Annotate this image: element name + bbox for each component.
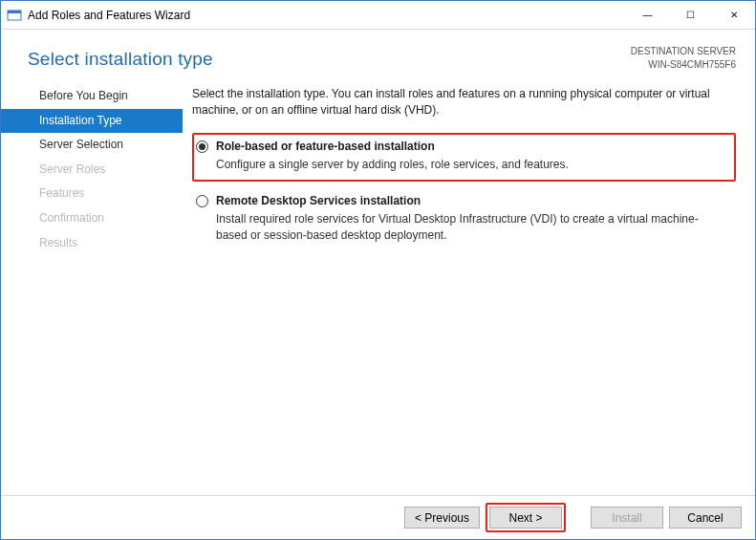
sidebar-item-confirmation: Confirmation bbox=[1, 206, 183, 231]
option-remote-desktop-title: Remote Desktop Services installation bbox=[216, 193, 728, 209]
wizard-steps-sidebar: Before You Begin Installation Type Serve… bbox=[1, 75, 183, 495]
radio-role-based[interactable] bbox=[196, 140, 208, 153]
destination-label: DESTINATION SERVER bbox=[631, 45, 736, 58]
destination-value: WIN-S84CMH755F6 bbox=[631, 58, 736, 72]
svg-rect-1 bbox=[8, 11, 21, 13]
previous-button[interactable]: < Previous bbox=[404, 507, 480, 529]
body: Before You Begin Installation Type Serve… bbox=[1, 75, 755, 495]
close-button[interactable]: ✕ bbox=[712, 1, 755, 29]
sidebar-item-server-selection[interactable]: Server Selection bbox=[1, 133, 183, 158]
install-button: Install bbox=[591, 507, 663, 529]
content-panel: Select the installation type. You can in… bbox=[183, 75, 755, 495]
sidebar-item-before-you-begin[interactable]: Before You Begin bbox=[1, 84, 183, 109]
option-remote-desktop-desc: Install required role services for Virtu… bbox=[216, 211, 728, 245]
window-title: Add Roles and Features Wizard bbox=[28, 9, 626, 22]
option-role-based[interactable]: Role-based or feature-based installation… bbox=[192, 133, 736, 182]
next-button-highlight: Next > bbox=[486, 503, 566, 532]
option-role-based-title: Role-based or feature-based installation bbox=[216, 139, 728, 155]
option-remote-desktop[interactable]: Remote Desktop Services installation Ins… bbox=[192, 187, 736, 252]
intro-text: Select the installation type. You can in… bbox=[192, 86, 736, 119]
header: Select installation type DESTINATION SER… bbox=[1, 30, 755, 75]
app-icon bbox=[7, 8, 22, 23]
wizard-window: Add Roles and Features Wizard — ☐ ✕ Sele… bbox=[0, 0, 756, 540]
titlebar: Add Roles and Features Wizard — ☐ ✕ bbox=[1, 1, 755, 30]
next-button[interactable]: Next > bbox=[489, 507, 562, 529]
cancel-button[interactable]: Cancel bbox=[669, 507, 742, 529]
footer: < Previous Next > Install Cancel bbox=[1, 495, 755, 539]
sidebar-item-features: Features bbox=[1, 182, 183, 206]
minimize-button[interactable]: — bbox=[626, 1, 669, 29]
option-role-based-text: Role-based or feature-based installation… bbox=[216, 139, 728, 174]
option-role-based-desc: Configure a single server by adding role… bbox=[216, 157, 728, 173]
destination-server-block: DESTINATION SERVER WIN-S84CMH755F6 bbox=[631, 43, 736, 71]
page-title: Select installation type bbox=[28, 43, 631, 70]
sidebar-item-server-roles: Server Roles bbox=[1, 158, 183, 183]
sidebar-item-results: Results bbox=[1, 231, 183, 256]
sidebar-item-installation-type[interactable]: Installation Type bbox=[1, 109, 183, 134]
radio-remote-desktop[interactable] bbox=[196, 195, 208, 207]
option-remote-desktop-text: Remote Desktop Services installation Ins… bbox=[216, 193, 728, 245]
maximize-button[interactable]: ☐ bbox=[669, 1, 712, 29]
window-controls: — ☐ ✕ bbox=[626, 1, 755, 29]
